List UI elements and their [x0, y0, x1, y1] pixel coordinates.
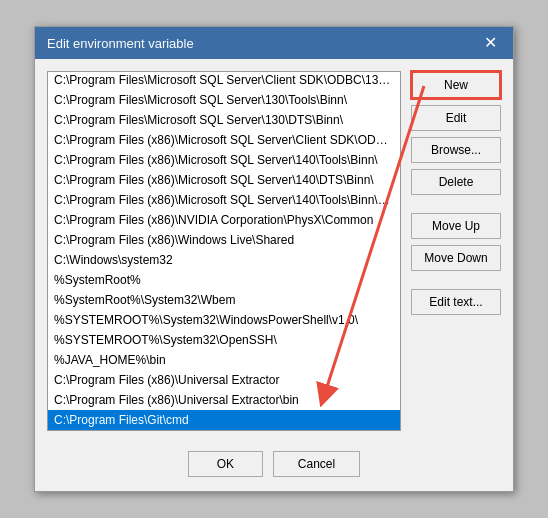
list-item[interactable]: C:\Program Files (x86)\Universal Extract…: [48, 390, 400, 410]
list-item[interactable]: %SystemRoot%: [48, 270, 400, 290]
browse-button[interactable]: Browse...: [411, 137, 501, 163]
ok-button[interactable]: OK: [188, 451, 263, 477]
list-item[interactable]: C:\Program Files (x86)\NVIDIA Corporatio…: [48, 210, 400, 230]
dialog-wrapper: Edit environment variable ✕ C:\Program F…: [34, 26, 514, 492]
list-item[interactable]: C:\Program Files (x86)\Microsoft SQL Ser…: [48, 170, 400, 190]
list-item[interactable]: C:\Program Files\Microsoft SQL Server\13…: [48, 110, 400, 130]
list-item[interactable]: C:\Program Files (x86)\Microsoft SQL Ser…: [48, 130, 400, 150]
edit-button[interactable]: Edit: [411, 105, 501, 131]
dialog-footer: OK Cancel: [35, 443, 513, 491]
list-item[interactable]: C:\Program Files\Git\cmd: [48, 410, 400, 430]
list-item[interactable]: %SystemRoot%\System32\Wbem: [48, 290, 400, 310]
edit-env-dialog: Edit environment variable ✕ C:\Program F…: [34, 26, 514, 492]
dialog-body: C:\Program Files (x86)\Intel\OpenCL SDK\…: [35, 59, 513, 443]
cancel-button[interactable]: Cancel: [273, 451, 360, 477]
dialog-title: Edit environment variable: [47, 36, 194, 51]
delete-button[interactable]: Delete: [411, 169, 501, 195]
list-item[interactable]: C:\Program Files (x86)\Universal Extract…: [48, 370, 400, 390]
title-bar: Edit environment variable ✕: [35, 27, 513, 59]
list-item[interactable]: C:\Program Files\Microsoft SQL Server\13…: [48, 90, 400, 110]
action-buttons: New Edit Browse... Delete Move Up Move D…: [411, 71, 501, 431]
list-item[interactable]: %JAVA_HOME%\bin: [48, 350, 400, 370]
list-item[interactable]: %SYSTEMROOT%\System32\OpenSSH\: [48, 330, 400, 350]
edit-text-button[interactable]: Edit text...: [411, 289, 501, 315]
new-button[interactable]: New: [411, 71, 501, 99]
env-var-list[interactable]: C:\Program Files (x86)\Intel\OpenCL SDK\…: [47, 71, 401, 431]
list-item[interactable]: C:\Program Files (x86)\Microsoft SQL Ser…: [48, 150, 400, 170]
move-down-button[interactable]: Move Down: [411, 245, 501, 271]
list-item[interactable]: C:\Program Files (x86)\Microsoft SQL Ser…: [48, 190, 400, 210]
list-item[interactable]: C:\Program Files (x86)\Windows Live\Shar…: [48, 230, 400, 250]
list-item[interactable]: C:\Windows\system32: [48, 250, 400, 270]
close-button[interactable]: ✕: [480, 35, 501, 51]
list-item[interactable]: %SYSTEMROOT%\System32\WindowsPowerShell\…: [48, 310, 400, 330]
list-item[interactable]: C:\Program Files\Microsoft SQL Server\Cl…: [48, 71, 400, 90]
move-up-button[interactable]: Move Up: [411, 213, 501, 239]
